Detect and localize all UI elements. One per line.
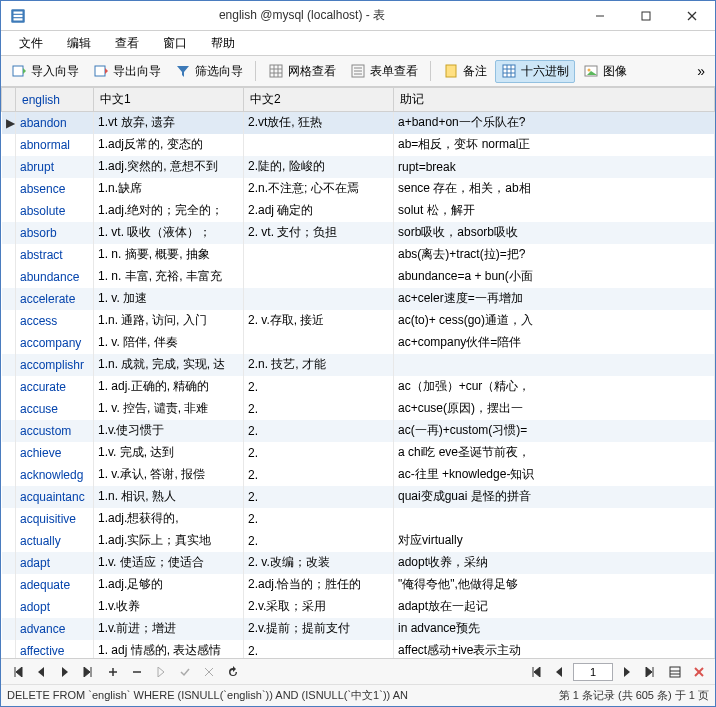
row-marker[interactable] <box>2 398 16 420</box>
table-row[interactable]: accomplishr1.n. 成就, 完成, 实现, 达2.n. 技艺, 才能 <box>2 354 715 376</box>
table-row[interactable]: acquisitive1.adj.想获得的,2. <box>2 508 715 530</box>
cell-english[interactable]: achieve <box>16 442 94 464</box>
cell-mn[interactable]: rupt=break <box>394 156 715 178</box>
row-marker[interactable] <box>2 266 16 288</box>
cell-english[interactable]: actually <box>16 530 94 552</box>
cell-mn[interactable]: affect感动+ive表示主动 <box>394 640 715 659</box>
cell-c2[interactable]: 2.adj 确定的 <box>244 200 394 222</box>
column-header-c1[interactable]: 中文1 <box>94 88 244 112</box>
table-row[interactable]: absorb1. vt. 吸收（液体）；2. vt. 支付；负担sorb吸收，a… <box>2 222 715 244</box>
cell-c1[interactable]: 1.n.缺席 <box>94 178 244 200</box>
cell-c2[interactable]: 2. <box>244 508 394 530</box>
table-row[interactable]: absence1.n.缺席2.n.不注意; 心不在焉sence 存在，相关，ab… <box>2 178 715 200</box>
cell-english[interactable]: abundance <box>16 266 94 288</box>
cell-c1[interactable]: 1.v. 使适应；使适合 <box>94 552 244 574</box>
row-marker[interactable] <box>2 332 16 354</box>
row-marker[interactable] <box>2 464 16 486</box>
row-marker[interactable] <box>2 574 16 596</box>
table-row[interactable]: acquaintanc1.n. 相识, 熟人2.quai变成guai 是怪的拼音 <box>2 486 715 508</box>
table-row[interactable]: accelerate1. v. 加速ac+celer速度=一再增加 <box>2 288 715 310</box>
import-wizard-button[interactable]: 导入向导 <box>5 60 85 83</box>
close-button[interactable] <box>669 2 715 30</box>
nav-first-button[interactable] <box>7 663 27 681</box>
table-row[interactable]: accuse1. v. 控告, 谴责, 非难2.ac+cuse(原因)，摆出一 <box>2 398 715 420</box>
row-marker[interactable] <box>2 310 16 332</box>
row-marker[interactable] <box>2 596 16 618</box>
row-marker[interactable] <box>2 244 16 266</box>
cell-mn[interactable]: 对应virtually <box>394 530 715 552</box>
cell-c1[interactable]: 1. adj.正确的, 精确的 <box>94 376 244 398</box>
row-marker[interactable] <box>2 552 16 574</box>
table-row[interactable]: achieve1.v. 完成, 达到2.a chi吃 eve圣诞节前夜， <box>2 442 715 464</box>
row-marker[interactable] <box>2 156 16 178</box>
image-button[interactable]: 图像 <box>577 60 633 83</box>
menu-window[interactable]: 窗口 <box>151 32 199 55</box>
grid-view-button[interactable]: 网格查看 <box>262 60 342 83</box>
cell-c2[interactable]: 2.陡的, 险峻的 <box>244 156 394 178</box>
column-header-english[interactable]: english <box>16 88 94 112</box>
cell-english[interactable]: abrupt <box>16 156 94 178</box>
cell-c1[interactable]: 1.v.收养 <box>94 596 244 618</box>
table-row[interactable]: abnormal1.adj反常的, 变态的ab=相反，变坏 normal正 <box>2 134 715 156</box>
cell-c1[interactable]: 1. v.承认, 答谢, 报偿 <box>94 464 244 486</box>
cell-c1[interactable]: 1.v.使习惯于 <box>94 420 244 442</box>
cell-english[interactable]: accurate <box>16 376 94 398</box>
cell-english[interactable]: adequate <box>16 574 94 596</box>
row-marker[interactable] <box>2 486 16 508</box>
nav-last-button[interactable] <box>79 663 99 681</box>
page-prev-button[interactable] <box>549 663 569 681</box>
cell-c2[interactable]: 2.v.采取；采用 <box>244 596 394 618</box>
row-marker-header[interactable] <box>2 88 16 112</box>
row-marker[interactable] <box>2 640 16 659</box>
cell-mn[interactable]: abundance=a + bun(小面 <box>394 266 715 288</box>
cell-c1[interactable]: 1.adj.足够的 <box>94 574 244 596</box>
cell-english[interactable]: accompany <box>16 332 94 354</box>
row-marker[interactable] <box>2 420 16 442</box>
nav-add-button[interactable] <box>103 663 123 681</box>
cell-english[interactable]: accelerate <box>16 288 94 310</box>
row-marker[interactable] <box>2 442 16 464</box>
cell-english[interactable]: absence <box>16 178 94 200</box>
nav-post-button[interactable] <box>175 663 195 681</box>
cell-c2[interactable] <box>244 332 394 354</box>
cell-c2[interactable] <box>244 244 394 266</box>
table-row[interactable]: accustom1.v.使习惯于2.ac(一再)+custom(习惯)= <box>2 420 715 442</box>
cell-mn[interactable]: ac+cuse(原因)，摆出一 <box>394 398 715 420</box>
row-marker[interactable] <box>2 222 16 244</box>
nav-next-button[interactable] <box>55 663 75 681</box>
cell-c1[interactable]: 1. v. 控告, 谴责, 非难 <box>94 398 244 420</box>
table-row[interactable]: accurate1. adj.正确的, 精确的2.ac（加强）+cur（精心， <box>2 376 715 398</box>
cell-c1[interactable]: 1.adj反常的, 变态的 <box>94 134 244 156</box>
row-marker[interactable] <box>2 618 16 640</box>
cell-english[interactable]: adapt <box>16 552 94 574</box>
menu-edit[interactable]: 编辑 <box>55 32 103 55</box>
page-next-button[interactable] <box>617 663 637 681</box>
cell-c1[interactable]: 1. n. 摘要, 概要, 抽象 <box>94 244 244 266</box>
table-row[interactable]: advance1.v.前进；增进2.v.提前；提前支付in advance预先 <box>2 618 715 640</box>
cell-english[interactable]: abstract <box>16 244 94 266</box>
table-row[interactable]: adequate1.adj.足够的2.adj.恰当的；胜任的"俺得夸他",他做得… <box>2 574 715 596</box>
cell-english[interactable]: acquaintanc <box>16 486 94 508</box>
row-marker[interactable] <box>2 376 16 398</box>
column-header-c2[interactable]: 中文2 <box>244 88 394 112</box>
maximize-button[interactable] <box>623 2 669 30</box>
row-marker[interactable] <box>2 288 16 310</box>
nav-cancel-button[interactable] <box>199 663 219 681</box>
cell-c2[interactable]: 2.n.不注意; 心不在焉 <box>244 178 394 200</box>
cell-c2[interactable]: 2. <box>244 530 394 552</box>
cell-mn[interactable]: adapt放在一起记 <box>394 596 715 618</box>
cell-c1[interactable]: 1. n. 丰富, 充裕, 丰富充 <box>94 266 244 288</box>
table-row[interactable]: abstract1. n. 摘要, 概要, 抽象abs(离去)+tract(拉)… <box>2 244 715 266</box>
cell-english[interactable]: adopt <box>16 596 94 618</box>
note-button[interactable]: 备注 <box>437 60 493 83</box>
cell-c1[interactable]: 1.v.前进；增进 <box>94 618 244 640</box>
cell-c1[interactable]: 1. adj 情感的, 表达感情 <box>94 640 244 659</box>
cell-english[interactable]: accustom <box>16 420 94 442</box>
cell-mn[interactable]: solut 松，解开 <box>394 200 715 222</box>
cell-english[interactable]: absorb <box>16 222 94 244</box>
cell-mn[interactable]: ac（加强）+cur（精心， <box>394 376 715 398</box>
cell-c2[interactable]: 2. v.改编；改装 <box>244 552 394 574</box>
cell-c2[interactable]: 2.v.提前；提前支付 <box>244 618 394 640</box>
table-row[interactable]: abrupt1.adj.突然的, 意想不到2.陡的, 险峻的rupt=break <box>2 156 715 178</box>
cell-c1[interactable]: 1.adj.绝对的；完全的； <box>94 200 244 222</box>
